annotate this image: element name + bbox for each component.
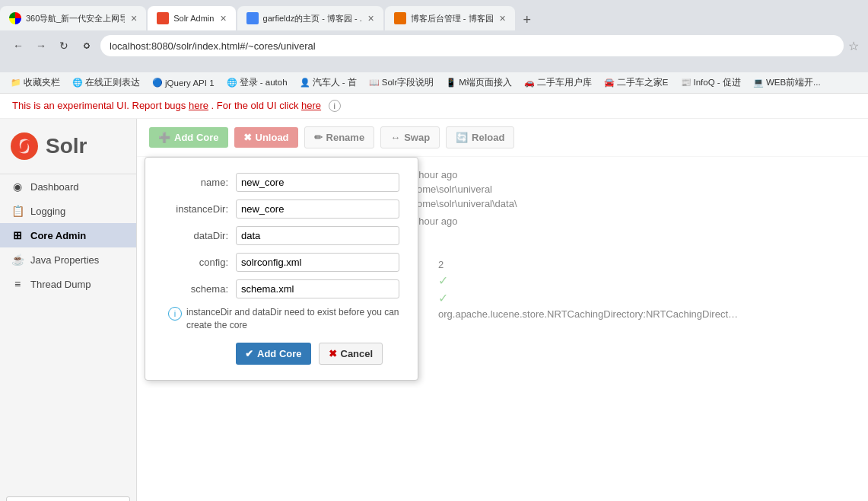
- datadir-input[interactable]: [236, 226, 399, 245]
- instancedir-input[interactable]: [236, 199, 399, 219]
- tab-label-1: 360导航_新一代安全上网导...: [26, 13, 125, 24]
- sidebar-item-logging[interactable]: 📋 Logging: [0, 199, 136, 223]
- bookmark-3[interactable]: 🌐 登录 - autoh: [222, 75, 292, 90]
- info-text-2: . For the old UI click: [211, 100, 301, 111]
- home-button[interactable]: ⭘: [78, 37, 96, 55]
- tab-favicon-2: [157, 12, 169, 24]
- bookmark-7[interactable]: 🚗 二手车用户库: [520, 75, 596, 90]
- tab-label-3: garfieldz的主页 - 博客园 - ...: [263, 13, 362, 24]
- tab-close-3[interactable]: ×: [368, 12, 374, 24]
- form-row-name: name:: [164, 173, 399, 192]
- nav-menu: ◉ Dashboard 📋 Logging ⊞ Core Admin ☕ Jav…: [0, 174, 136, 490]
- tab-close-4[interactable]: ×: [500, 12, 506, 24]
- bookmark-icon-3: 🌐: [227, 78, 237, 88]
- bookmark-8[interactable]: 🚘 二手车之家E: [599, 75, 673, 90]
- form-buttons: ✔ Add Core ✖ Cancel: [164, 343, 399, 365]
- sidebar-item-dashboard[interactable]: ◉ Dashboard: [0, 174, 136, 199]
- tab-favicon-1: [9, 12, 21, 24]
- tab-label-4: 博客后台管理 - 博客园: [411, 13, 494, 24]
- bookmark-label-1: 在线正则表达: [85, 77, 140, 88]
- bookmark-6[interactable]: 📱 M端页面接入: [441, 75, 517, 90]
- bookmark-2[interactable]: 🔵 jQuery API 1: [148, 76, 219, 89]
- bookmark-0[interactable]: 📁 收藏夹栏: [6, 75, 65, 90]
- solr-logo-text: Solr: [46, 134, 87, 158]
- info-bar: This is an experimental UI. Report bugs …: [0, 94, 868, 119]
- info-help-icon[interactable]: i: [329, 100, 341, 112]
- info-link-1[interactable]: here: [189, 100, 208, 111]
- address-input[interactable]: [100, 35, 844, 56]
- core-selector-select[interactable]: Core Selector: [6, 496, 130, 501]
- schema-input[interactable]: [236, 279, 399, 298]
- bookmark-5[interactable]: 📖 Solr字段说明: [364, 75, 438, 90]
- new-tab-button[interactable]: +: [517, 9, 538, 30]
- tab-favicon-4: [394, 12, 406, 24]
- bookmark-label-4: 汽车人 - 首: [313, 77, 357, 88]
- bookmark-icon-2: 🔵: [152, 78, 163, 88]
- back-button[interactable]: ←: [9, 37, 27, 55]
- bookmark-4[interactable]: 👤 汽车人 - 首: [295, 75, 361, 90]
- sidebar-item-label-core-admin: Core Admin: [30, 230, 86, 241]
- content-area: ➕ Add Core ✖ Unload ✏ Rename ↔ Swap 🔄: [137, 119, 868, 501]
- bookmark-label-0: 收藏夹栏: [24, 77, 60, 88]
- bookmark-icon-0: 📁: [11, 78, 21, 88]
- thread-dump-icon: ≡: [11, 278, 24, 290]
- solr-logo-icon: [9, 131, 40, 161]
- form-add-core-button[interactable]: ✔ Add Core: [236, 343, 311, 365]
- form-cancel-x-icon: ✖: [329, 348, 337, 359]
- config-input[interactable]: [236, 253, 399, 272]
- schema-label: schema:: [164, 283, 236, 295]
- sidebar-item-label-logging: Logging: [30, 206, 65, 217]
- bookmark-label-3: 登录 - autoh: [240, 77, 288, 88]
- bookmark-icon-10: 💻: [753, 78, 764, 88]
- forward-button[interactable]: →: [32, 37, 50, 55]
- bookmark-label-10: WEB前端开...: [766, 77, 821, 88]
- form-row-config: config:: [164, 253, 399, 272]
- form-add-core-label: Add Core: [257, 348, 302, 359]
- instancedir-label: instanceDir:: [164, 203, 236, 215]
- browser-chrome: 360导航_新一代安全上网导... × Solr Admin × garfiel…: [0, 0, 868, 72]
- bookmark-label-5: Solr字段说明: [382, 77, 434, 88]
- bookmark-label-8: 二手车之家E: [617, 77, 669, 88]
- bookmark-9[interactable]: 📰 InfoQ - 促进: [676, 75, 746, 90]
- tab-close-2[interactable]: ×: [220, 12, 226, 24]
- bookmark-label-6: M端页面接入: [459, 77, 512, 88]
- tab-2[interactable]: Solr Admin ×: [148, 6, 235, 30]
- sidebar-item-core-admin[interactable]: ⊞ Core Admin: [0, 223, 136, 247]
- bookmark-10[interactable]: 💻 WEB前端开...: [749, 75, 825, 90]
- tab-bar: 360导航_新一代安全上网导... × Solr Admin × garfiel…: [0, 0, 868, 30]
- name-input[interactable]: [236, 173, 399, 192]
- core-selector[interactable]: Core Selector: [6, 496, 130, 501]
- form-cancel-button[interactable]: ✖ Cancel: [319, 343, 383, 365]
- sidebar-item-thread-dump[interactable]: ≡ Thread Dump: [0, 272, 136, 296]
- bookmark-icon-9: 📰: [681, 78, 692, 88]
- form-info-text: instanceDir and dataDir need to exist be…: [186, 306, 399, 332]
- name-label: name:: [164, 177, 236, 188]
- bookmark-1[interactable]: 🌐 在线正则表达: [68, 75, 145, 90]
- sidebar-item-java-properties[interactable]: ☕ Java Properties: [0, 247, 136, 272]
- tab-favicon-3: [246, 12, 259, 24]
- form-info-icon: i: [168, 307, 182, 321]
- tab-4[interactable]: 博客后台管理 - 博客园 ×: [385, 6, 515, 30]
- tab-1[interactable]: 360导航_新一代安全上网导... ×: [0, 6, 146, 30]
- tab-3[interactable]: garfieldz的主页 - 博客园 - ... ×: [237, 6, 383, 30]
- form-info-block: i instanceDir and dataDir need to exist …: [164, 306, 399, 332]
- bookmarks-bar: 📁 收藏夹栏 🌐 在线正则表达 🔵 jQuery API 1 🌐 登录 - au…: [0, 72, 868, 94]
- info-link-2[interactable]: here: [301, 100, 321, 111]
- form-add-check-icon: ✔: [245, 348, 253, 359]
- bookmark-icon-6: 📱: [446, 78, 456, 88]
- core-admin-icon: ⊞: [11, 229, 24, 241]
- app: This is an experimental UI. Report bugs …: [0, 94, 868, 501]
- main-area: Solr ◉ Dashboard 📋 Logging ⊞ Core Admin …: [0, 119, 868, 501]
- sidebar-item-label-java-properties: Java Properties: [30, 254, 99, 266]
- bookmark-label-7: 二手车用户库: [537, 77, 592, 88]
- add-core-form: name: instanceDir: dataDir: config:: [145, 157, 418, 381]
- java-properties-icon: ☕: [11, 254, 24, 266]
- datadir-label: dataDir:: [164, 230, 236, 241]
- bookmark-star[interactable]: ☆: [848, 39, 859, 53]
- tab-close-1[interactable]: ×: [131, 12, 137, 24]
- reload-button[interactable]: ↻: [55, 37, 73, 55]
- sidebar: Solr ◉ Dashboard 📋 Logging ⊞ Core Admin …: [0, 119, 137, 501]
- address-bar: ← → ↻ ⭘ ☆: [0, 30, 868, 61]
- form-cancel-label: Cancel: [341, 348, 374, 359]
- bookmark-label-9: InfoQ - 促进: [694, 77, 741, 88]
